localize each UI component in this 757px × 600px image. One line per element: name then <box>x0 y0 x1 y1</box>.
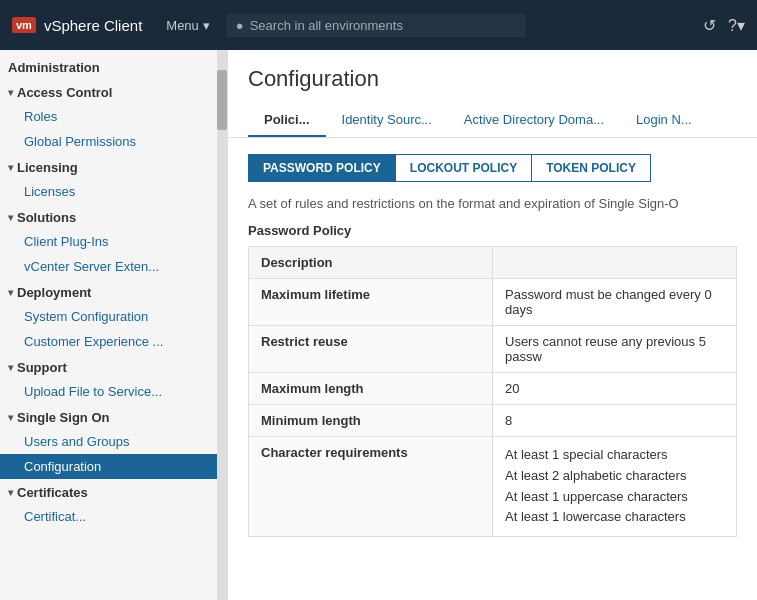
char-req-line-2: At least 2 alphabetic characters <box>505 466 724 487</box>
header-actions: ↺ ?▾ <box>703 16 745 35</box>
chevron-icon: ▾ <box>8 287 13 298</box>
sidebar-item-roles[interactable]: Roles <box>0 104 227 129</box>
sidebar-group-label: Access Control <box>17 85 112 100</box>
sidebar-group-support[interactable]: ▾ Support <box>0 354 227 379</box>
tab-bar: Polici... Identity Sourc... Active Direc… <box>248 104 737 137</box>
row-value-max-length: 20 <box>493 373 737 405</box>
chevron-icon: ▾ <box>8 412 13 423</box>
row-label-restrict-reuse: Restrict reuse <box>249 326 493 373</box>
main-content: Configuration Polici... Identity Sourc..… <box>228 50 757 600</box>
menu-label: Menu <box>166 18 199 33</box>
row-label-char-req: Character requirements <box>249 437 493 537</box>
help-icon[interactable]: ?▾ <box>728 16 745 35</box>
main-body: PASSWORD POLICY LOCKOUT POLICY TOKEN POL… <box>228 138 757 600</box>
sidebar-group-label: Solutions <box>17 210 76 225</box>
sidebar-item-configuration[interactable]: Configuration <box>0 454 227 479</box>
table-header-description: Description <box>249 247 493 279</box>
table-header-value <box>493 247 737 279</box>
sidebar-item-users-groups[interactable]: Users and Groups <box>0 429 227 454</box>
row-label-max-lifetime: Maximum lifetime <box>249 279 493 326</box>
sidebar-item-vcenter-server[interactable]: vCenter Server Exten... <box>0 254 227 279</box>
tab-login-banner[interactable]: Login N... <box>620 104 708 137</box>
table-row: Minimum length 8 <box>249 405 737 437</box>
policy-table: Description Maximum lifetime Password mu… <box>248 246 737 537</box>
sidebar: Administration ▾ Access Control Roles Gl… <box>0 50 228 600</box>
app-header: vm vSphere Client Menu ▾ ● Search in all… <box>0 0 757 50</box>
row-value-min-length: 8 <box>493 405 737 437</box>
sidebar-group-sso[interactable]: ▾ Single Sign On <box>0 404 227 429</box>
row-label-max-length: Maximum length <box>249 373 493 405</box>
char-req-line-3: At least 1 uppercase characters <box>505 487 724 508</box>
table-row: Restrict reuse Users cannot reuse any pr… <box>249 326 737 373</box>
sidebar-item-customer-exp[interactable]: Customer Experience ... <box>0 329 227 354</box>
password-policy-section-title: Password Policy <box>248 223 737 238</box>
sidebar-item-upload-file[interactable]: Upload File to Service... <box>0 379 227 404</box>
chevron-icon: ▾ <box>8 212 13 223</box>
row-value-max-lifetime: Password must be changed every 0 days <box>493 279 737 326</box>
sidebar-item-global-permissions[interactable]: Global Permissions <box>0 129 227 154</box>
sidebar-group-solutions[interactable]: ▾ Solutions <box>0 204 227 229</box>
char-req-line-1: At least 1 special characters <box>505 445 724 466</box>
policy-description: A set of rules and restrictions on the f… <box>248 196 737 211</box>
sidebar-group-licensing[interactable]: ▾ Licensing <box>0 154 227 179</box>
tab-identity-sources[interactable]: Identity Sourc... <box>326 104 448 137</box>
sidebar-group-label: Single Sign On <box>17 410 109 425</box>
logo-area: vm vSphere Client <box>12 17 142 34</box>
row-value-restrict-reuse: Users cannot reuse any previous 5 passw <box>493 326 737 373</box>
sidebar-group-label: Licensing <box>17 160 78 175</box>
tab-active-directory[interactable]: Active Directory Doma... <box>448 104 620 137</box>
password-policy-button[interactable]: PASSWORD POLICY <box>249 155 395 181</box>
search-icon: ● <box>236 18 244 33</box>
vm-logo-badge: vm <box>12 17 36 33</box>
sidebar-admin-title: Administration <box>0 50 227 79</box>
token-policy-button[interactable]: TOKEN POLICY <box>531 155 650 181</box>
sidebar-group-label: Deployment <box>17 285 91 300</box>
lockout-policy-button[interactable]: LOCKOUT POLICY <box>395 155 531 181</box>
sidebar-item-licenses[interactable]: Licenses <box>0 179 227 204</box>
tab-policies[interactable]: Polici... <box>248 104 326 137</box>
char-req-line-4: At least 1 lowercase characters <box>505 507 724 528</box>
row-value-char-req: At least 1 special characters At least 2… <box>493 437 737 537</box>
sidebar-group-certificates[interactable]: ▾ Certificates <box>0 479 227 504</box>
row-label-min-length: Minimum length <box>249 405 493 437</box>
sidebar-group-label: Certificates <box>17 485 88 500</box>
sidebar-item-certificate-mgmt[interactable]: Certificat... <box>0 504 227 529</box>
table-row: Maximum lifetime Password must be change… <box>249 279 737 326</box>
search-box[interactable]: ● Search in all environments <box>226 14 526 37</box>
refresh-icon[interactable]: ↺ <box>703 16 716 35</box>
table-row: Maximum length 20 <box>249 373 737 405</box>
app-title: vSphere Client <box>44 17 142 34</box>
sidebar-group-label: Support <box>17 360 67 375</box>
main-layout: Administration ▾ Access Control Roles Gl… <box>0 50 757 600</box>
chevron-icon: ▾ <box>8 162 13 173</box>
policy-button-group: PASSWORD POLICY LOCKOUT POLICY TOKEN POL… <box>248 154 651 182</box>
sidebar-item-system-config[interactable]: System Configuration <box>0 304 227 329</box>
sidebar-scrollbar[interactable] <box>217 50 227 600</box>
sidebar-group-deployment[interactable]: ▾ Deployment <box>0 279 227 304</box>
search-placeholder: Search in all environments <box>250 18 403 33</box>
content-header: Configuration Polici... Identity Sourc..… <box>228 50 757 138</box>
scrollbar-thumb <box>217 70 227 130</box>
chevron-icon: ▾ <box>8 487 13 498</box>
page-title: Configuration <box>248 66 737 92</box>
chevron-icon: ▾ <box>8 87 13 98</box>
sidebar-group-access-control[interactable]: ▾ Access Control <box>0 79 227 104</box>
menu-chevron-icon: ▾ <box>203 18 210 33</box>
table-row: Character requirements At least 1 specia… <box>249 437 737 537</box>
menu-button[interactable]: Menu ▾ <box>166 18 210 33</box>
sidebar-item-client-plugins[interactable]: Client Plug-Ins <box>0 229 227 254</box>
chevron-icon: ▾ <box>8 362 13 373</box>
